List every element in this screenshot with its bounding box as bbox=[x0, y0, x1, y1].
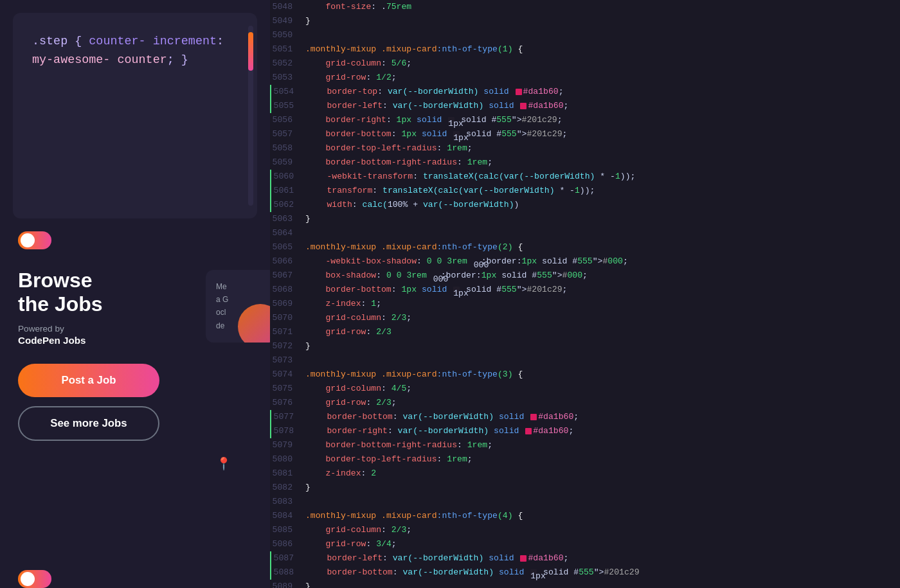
line-code bbox=[305, 353, 900, 368]
code-line: 5079 border-bottom-right-radius: 1rem; bbox=[270, 438, 900, 452]
code-line: 5077 border-bottom: var(--borderWidth) s… bbox=[270, 410, 900, 424]
code-line: 5064 bbox=[270, 226, 900, 240]
code-line: 5085 grid-column: 2/3; bbox=[270, 523, 900, 537]
line-number: 5070 bbox=[270, 311, 305, 325]
code-line: 5068 border-bottom: 1px solid 1px solid … bbox=[270, 283, 900, 297]
code-line: 5061 transform: translateX(calc(var(--bo… bbox=[270, 184, 900, 198]
line-number: 5087 bbox=[271, 551, 307, 566]
line-code: border-bottom: 1px solid 1px solid #555"… bbox=[305, 127, 900, 141]
code-editor[interactable]: 5048 font-size: .75rem5049}5050 5051.mon… bbox=[270, 0, 900, 588]
code-line: 5060 -webkit-transform: translateX(calc(… bbox=[270, 170, 900, 184]
line-number: 5077 bbox=[271, 410, 307, 424]
line-code: border-bottom: 1px solid 1px solid #555"… bbox=[305, 283, 900, 297]
line-number: 5082 bbox=[270, 481, 305, 495]
code-line: 5053 grid-row: 1/2; bbox=[270, 71, 900, 85]
code-editor-panel: 5048 font-size: .75rem5049}5050 5051.mon… bbox=[270, 0, 900, 588]
code-line: 5087 border-left: var(--borderWidth) sol… bbox=[270, 551, 900, 566]
code-line: 5069 z-index: 1; bbox=[270, 297, 900, 311]
line-code: border-right: var(--borderWidth) solid #… bbox=[307, 424, 900, 438]
line-number: 5066 bbox=[270, 254, 305, 269]
line-number: 5086 bbox=[270, 537, 305, 551]
line-code: border-left: var(--borderWidth) solid #d… bbox=[307, 99, 900, 113]
line-code: grid-row: 2/3; bbox=[305, 396, 900, 410]
line-number: 5076 bbox=[270, 396, 305, 410]
code-line: 5074.monthly-mixup .mixup-card:nth-of-ty… bbox=[270, 368, 900, 382]
line-number: 5085 bbox=[270, 523, 305, 537]
line-code: } bbox=[305, 580, 900, 588]
code-line: 5056 border-right: 1px solid 1px solid #… bbox=[270, 113, 900, 127]
post-job-button[interactable]: Post a Job bbox=[18, 364, 159, 397]
line-code: border-top-left-radius: 1rem; bbox=[305, 141, 900, 156]
code-line: 5078 border-right: var(--borderWidth) so… bbox=[270, 424, 900, 438]
code-block: .step { counter- increment: my-awesome- … bbox=[13, 13, 257, 218]
line-number: 5048 bbox=[270, 0, 305, 14]
code-line: 5086 grid-row: 3/4; bbox=[270, 537, 900, 551]
code-line: 5076 grid-row: 2/3; bbox=[270, 396, 900, 410]
left-panel: .step { counter- increment: my-awesome- … bbox=[0, 0, 270, 588]
code-line: 5055 border-left: var(--borderWidth) sol… bbox=[270, 99, 900, 113]
code-snippet: .step { counter- increment: my-awesome- … bbox=[32, 35, 224, 67]
line-code: border-bottom-right-radius: 1rem; bbox=[305, 438, 900, 452]
code-line: 5050 bbox=[270, 28, 900, 42]
line-number: 5069 bbox=[270, 297, 305, 311]
line-code: .monthly-mixup .mixup-card:nth-of-type(3… bbox=[305, 368, 900, 382]
code-line: 5071 grid-row: 2/3 bbox=[270, 325, 900, 339]
line-code: grid-row: 3/4; bbox=[305, 537, 900, 551]
line-number: 5049 bbox=[270, 14, 305, 28]
line-code: grid-column: 2/3; bbox=[305, 523, 900, 537]
code-line: 5049} bbox=[270, 14, 900, 28]
code-line: 5073 bbox=[270, 353, 900, 368]
scrollbar-track[interactable] bbox=[248, 26, 253, 206]
line-number: 5050 bbox=[270, 28, 305, 42]
line-code: border-bottom: var(--borderWidth) solid … bbox=[307, 410, 900, 424]
line-number: 5089 bbox=[270, 580, 305, 588]
line-number: 5055 bbox=[271, 99, 307, 113]
code-line: 5083 bbox=[270, 495, 900, 509]
line-code: .monthly-mixup .mixup-card:nth-of-type(2… bbox=[305, 240, 900, 254]
code-line: 5088 border-bottom: var(--borderWidth) s… bbox=[270, 566, 900, 580]
line-code: grid-row: 2/3 bbox=[305, 325, 900, 339]
line-number: 5052 bbox=[270, 57, 305, 71]
see-more-jobs-button[interactable]: See more Jobs bbox=[18, 406, 159, 441]
line-code: z-index: 1; bbox=[305, 297, 900, 311]
line-code: grid-row: 1/2; bbox=[305, 71, 900, 85]
toggle-1[interactable] bbox=[18, 231, 51, 249]
line-code bbox=[305, 495, 900, 509]
line-number: 5078 bbox=[271, 424, 307, 438]
line-number: 5080 bbox=[270, 452, 305, 467]
line-number: 5051 bbox=[270, 42, 305, 57]
line-code: grid-column: 5/6; bbox=[305, 57, 900, 71]
code-line: 5063} bbox=[270, 212, 900, 226]
line-number: 5060 bbox=[271, 170, 307, 184]
line-code: box-shadow: 0 0 3rem 000;border:1px soli… bbox=[305, 269, 900, 283]
line-code: border-bottom-right-radius: 1rem; bbox=[305, 156, 900, 170]
line-number: 5075 bbox=[270, 382, 305, 396]
line-code: } bbox=[305, 14, 900, 28]
code-line: 5084.monthly-mixup .mixup-card:nth-of-ty… bbox=[270, 509, 900, 523]
code-line: 5048 font-size: .75rem bbox=[270, 0, 900, 14]
line-number: 5061 bbox=[271, 184, 307, 198]
code-line: 5066 -webkit-box-shadow: 0 0 3rem 000;bo… bbox=[270, 254, 900, 269]
line-code: z-index: 2 bbox=[305, 467, 900, 481]
location-pin-icon: 📍 bbox=[216, 456, 231, 472]
line-number: 5059 bbox=[270, 156, 305, 170]
code-line: 5065.monthly-mixup .mixup-card:nth-of-ty… bbox=[270, 240, 900, 254]
code-line: 5057 border-bottom: 1px solid 1px solid … bbox=[270, 127, 900, 141]
code-line: 5062 width: calc(100% + var(--borderWidt… bbox=[270, 198, 900, 212]
line-number: 5083 bbox=[270, 495, 305, 509]
line-code: } bbox=[305, 339, 900, 353]
line-number: 5088 bbox=[271, 566, 307, 580]
toggle-2[interactable] bbox=[18, 570, 51, 588]
line-code bbox=[305, 28, 900, 42]
line-code: border-bottom: var(--borderWidth) solid … bbox=[307, 566, 900, 580]
code-line: 5089} bbox=[270, 580, 900, 588]
line-code: } bbox=[305, 481, 900, 495]
line-number: 5081 bbox=[270, 467, 305, 481]
code-line: 5075 grid-column: 4/5; bbox=[270, 382, 900, 396]
code-line: 5082} bbox=[270, 481, 900, 495]
line-number: 5068 bbox=[270, 283, 305, 297]
line-number: 5067 bbox=[270, 269, 305, 283]
code-line: 5067 box-shadow: 0 0 3rem 000;border:1px… bbox=[270, 269, 900, 283]
line-code: border-left: var(--borderWidth) solid #d… bbox=[307, 551, 900, 566]
code-line: 5059 border-bottom-right-radius: 1rem; bbox=[270, 156, 900, 170]
